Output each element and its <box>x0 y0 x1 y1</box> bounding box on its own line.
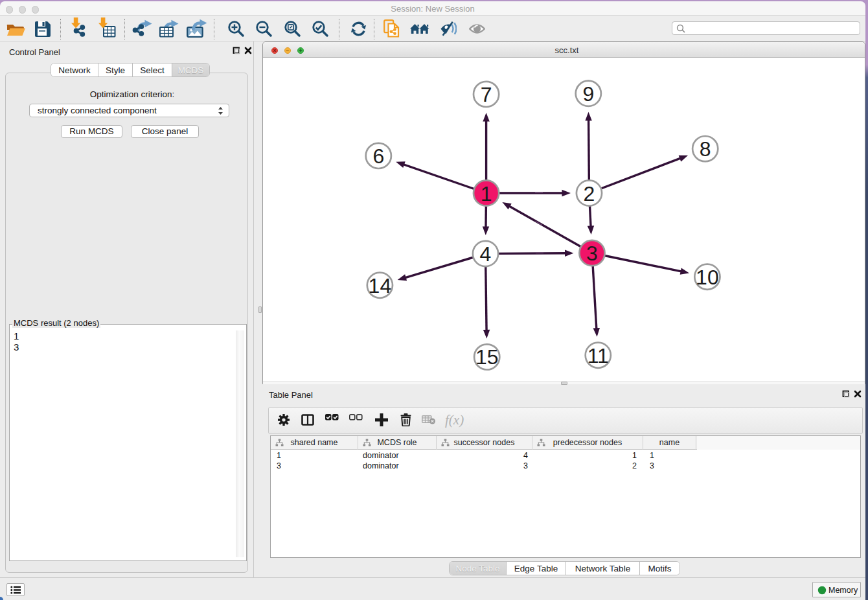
svg-text:15: 15 <box>475 345 499 369</box>
svg-text:11: 11 <box>588 344 609 367</box>
svg-text:14: 14 <box>369 274 392 297</box>
svg-text:1: 1 <box>481 182 492 205</box>
svg-text:3: 3 <box>586 242 598 265</box>
svg-text:8: 8 <box>700 137 711 161</box>
svg-text:10: 10 <box>696 266 719 289</box>
svg-text:4: 4 <box>480 242 492 266</box>
svg-text:2: 2 <box>584 182 595 205</box>
svg-text:7: 7 <box>481 83 492 106</box>
svg-text:6: 6 <box>372 144 384 168</box>
svg-text:9: 9 <box>582 82 594 106</box>
